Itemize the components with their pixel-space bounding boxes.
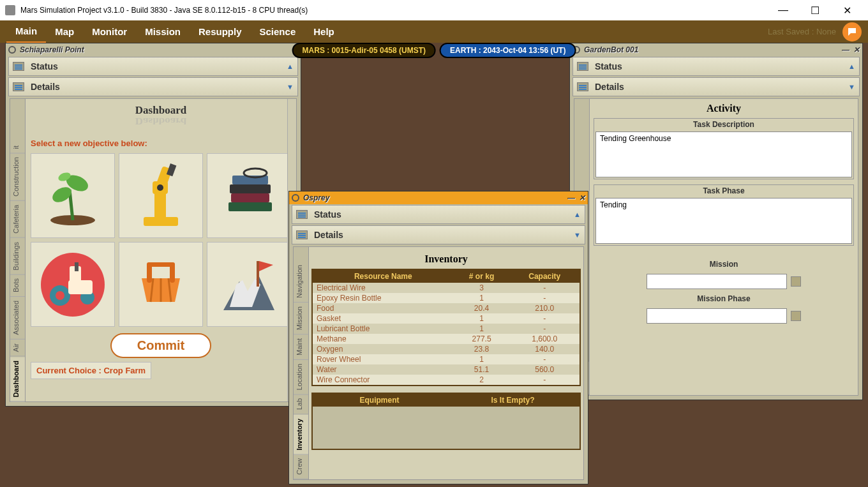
svg-rect-5: [154, 191, 166, 218]
gardenbot-window: GardenBot 001 — ✕ Status ▲ Details ▼ Act…: [569, 43, 863, 400]
close-button[interactable]: ✕: [837, 4, 857, 17]
minimize-icon[interactable]: —: [567, 193, 575, 202]
table-row[interactable]: Gasket1-: [312, 313, 580, 324]
table-row[interactable]: Wire Connector2-: [312, 375, 580, 386]
tab-construction[interactable]: Construction: [10, 153, 25, 201]
tab-inventory[interactable]: Inventory: [294, 415, 308, 455]
tab-buildings[interactable]: Buildings: [10, 238, 25, 275]
tab-associated[interactable]: Associated: [10, 297, 25, 340]
tab-lab[interactable]: Lab: [294, 394, 308, 414]
minimize-icon[interactable]: —: [842, 45, 849, 54]
osprey-window: Osprey — ✕ Status ▲ Details ▼ Crew Inven…: [288, 191, 588, 484]
close-icon[interactable]: ✕: [579, 193, 585, 202]
garden-titlebar[interactable]: GardenBot 001 — ✕: [570, 43, 862, 56]
task-phase-field: Tending: [595, 198, 852, 244]
objective-trade[interactable]: [119, 242, 203, 327]
table-row[interactable]: Rover Wheel1-: [312, 354, 580, 364]
mars-time-chip[interactable]: MARS : 0015-Adir-05 0458 (UMST): [292, 43, 436, 58]
list-icon: [296, 210, 308, 219]
app-title: Mars Simulation Project v3.1.0 - Build 3…: [20, 6, 308, 15]
table-row[interactable]: Water51.1560.0: [312, 364, 580, 375]
mission-field: [647, 274, 787, 289]
tab-air[interactable]: Air: [10, 340, 25, 356]
menu-science[interactable]: Science: [251, 21, 305, 42]
svg-rect-21: [75, 262, 79, 271]
maximize-button[interactable]: ☐: [805, 4, 825, 17]
objective-tourism[interactable]: [207, 242, 291, 327]
list-icon: [577, 82, 588, 91]
col-empty[interactable]: Is It Empty?: [446, 394, 580, 407]
menu-main[interactable]: Main: [6, 20, 46, 43]
objective-crop-farm[interactable]: [31, 153, 115, 238]
window-menu-icon[interactable]: [8, 46, 16, 54]
objective-research[interactable]: [207, 153, 291, 238]
window-menu-icon[interactable]: [292, 194, 299, 202]
tab-bots[interactable]: Bots: [10, 274, 25, 297]
col-equipment[interactable]: Equipment: [313, 394, 446, 407]
expand-down-icon[interactable]: ▼: [848, 83, 855, 91]
tab-navigation[interactable]: Navigation: [294, 261, 308, 303]
schiaparelli-window: Schiaparelli Point Status ▲ Details ▼ Da…: [5, 43, 301, 407]
col-capacity[interactable]: Capacity: [509, 269, 580, 283]
col-qty[interactable]: # or kg: [454, 269, 510, 283]
table-row[interactable]: Epoxy Resin Bottle1-: [312, 293, 580, 303]
mission-phase-label: Mission Phase: [594, 293, 854, 304]
table-row[interactable]: Lubricant Bottle1-: [312, 324, 580, 334]
mission-phase-link-icon[interactable]: [791, 311, 801, 321]
objective-transportation[interactable]: [31, 242, 115, 327]
svg-rect-4: [144, 217, 178, 226]
tab-it[interactable]: it: [10, 142, 25, 154]
expand-down-icon[interactable]: ▼: [287, 83, 294, 91]
list-icon: [577, 62, 588, 71]
menu-monitor[interactable]: Monitor: [83, 21, 136, 42]
earth-time-chip[interactable]: EARTH : 2043-Oct-04 13:56 (UT): [440, 43, 576, 58]
objective-prompt: Select a new objective below:: [31, 139, 291, 148]
tab-location[interactable]: Location: [294, 360, 308, 395]
tab-mission[interactable]: Mission: [294, 303, 308, 334]
svg-rect-12: [230, 184, 271, 193]
schiap-status-bar[interactable]: Status ▲: [8, 57, 298, 76]
osprey-title: Osprey: [303, 193, 329, 202]
tab-crew[interactable]: Crew: [294, 454, 308, 479]
objective-manufacture[interactable]: [119, 153, 203, 238]
schiap-tabs: Dashboard Air Associated Bots Buildings …: [10, 99, 26, 401]
menu-resupply[interactable]: Resupply: [190, 21, 251, 42]
current-choice-label: Current Choice : Crop Farm: [31, 362, 151, 379]
list-icon: [13, 82, 24, 91]
mission-phase-field: [647, 308, 787, 324]
col-resource[interactable]: Resource Name: [312, 269, 454, 283]
schiap-details-bar[interactable]: Details ▼: [8, 77, 298, 96]
expand-down-icon[interactable]: ▼: [574, 231, 581, 239]
table-row[interactable]: Food20.4210.0: [312, 303, 580, 313]
menu-mission[interactable]: Mission: [136, 21, 190, 42]
minimize-button[interactable]: —: [774, 4, 793, 17]
garden-status-bar[interactable]: Status ▲: [572, 57, 860, 76]
table-row[interactable]: Methane277.51,600.0: [312, 334, 580, 344]
tab-dashboard[interactable]: Dashboard: [10, 357, 25, 401]
equipment-table: Equipment Is It Empty?: [311, 393, 581, 450]
inventory-table: Resource Name # or kg Capacity Electrica…: [311, 269, 581, 386]
os-titlebar: Mars Simulation Project v3.1.0 - Build 3…: [0, 0, 868, 20]
tab-cafeteria[interactable]: Cafeteria: [10, 201, 25, 238]
table-row[interactable]: Electrical Wire3-: [312, 283, 580, 293]
chat-icon[interactable]: [842, 22, 862, 41]
garden-details-bar[interactable]: Details ▼: [572, 77, 860, 96]
collapse-up-icon[interactable]: ▲: [574, 211, 581, 218]
task-desc-field: Tending Greenhouse: [595, 131, 852, 177]
osprey-status-bar[interactable]: Status ▲: [292, 205, 585, 224]
mission-link-icon[interactable]: [791, 276, 801, 287]
menu-help[interactable]: Help: [304, 21, 343, 42]
commit-button[interactable]: Commit: [110, 333, 211, 358]
svg-rect-11: [231, 193, 269, 202]
menu-map[interactable]: Map: [46, 21, 83, 42]
osprey-titlebar[interactable]: Osprey — ✕: [289, 191, 588, 204]
osprey-details-bar[interactable]: Details ▼: [292, 225, 585, 244]
collapse-up-icon[interactable]: ▲: [287, 63, 294, 70]
mission-label: Mission: [594, 258, 854, 270]
table-row[interactable]: Oxygen23.8140.0: [312, 344, 580, 354]
tab-maint[interactable]: Maint: [294, 334, 308, 360]
collapse-up-icon[interactable]: ▲: [848, 63, 855, 70]
svg-rect-10: [228, 202, 272, 211]
schiap-titlebar[interactable]: Schiaparelli Point: [6, 43, 301, 56]
close-icon[interactable]: ✕: [853, 45, 860, 54]
